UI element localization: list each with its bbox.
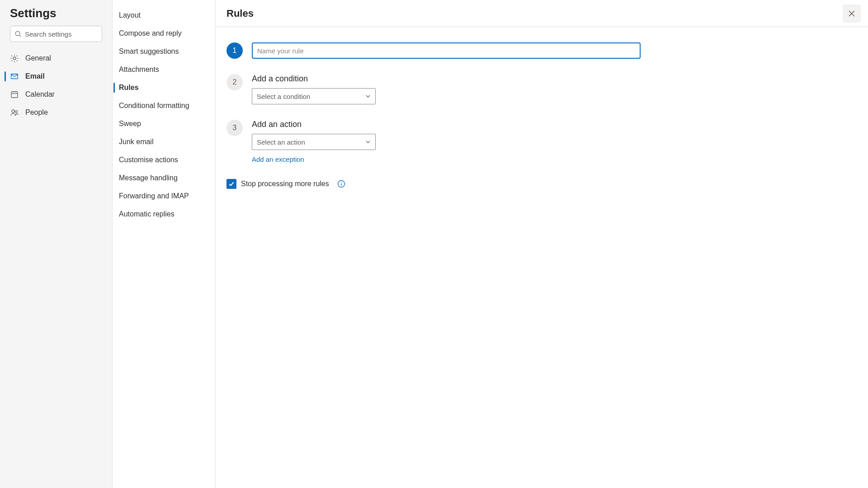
subnav-label: Layout [119, 11, 141, 19]
search-box [10, 26, 102, 42]
subnav-item-junk-email[interactable]: Junk email [113, 133, 215, 151]
page-title: Rules [226, 8, 254, 19]
page-header: Rules [216, 0, 868, 27]
chevron-down-icon [365, 94, 371, 99]
subnav-item-smart-suggestions[interactable]: Smart suggestions [113, 42, 215, 61]
subnav-label: Forwarding and IMAP [119, 192, 189, 200]
subnav-item-customise-actions[interactable]: Customise actions [113, 151, 215, 169]
step-3-label: Add an action [252, 120, 857, 129]
dropdown-value: Select a condition [257, 93, 310, 100]
chevron-down-icon [365, 139, 371, 145]
subnav-item-automatic-replies[interactable]: Automatic replies [113, 205, 215, 223]
people-icon [10, 108, 19, 117]
svg-point-7 [12, 110, 14, 113]
sidebar-item-calendar[interactable]: Calendar [0, 85, 112, 103]
sidebar-item-label: Email [25, 72, 45, 80]
primary-nav: General Email Calendar People [0, 48, 112, 122]
subnav-item-compose[interactable]: Compose and reply [113, 24, 215, 42]
search-input[interactable] [10, 26, 102, 42]
step-number-2: 2 [226, 74, 243, 90]
step-2: 2 Add a condition Select a condition [226, 74, 857, 104]
subnav-label: Customise actions [119, 156, 178, 164]
subnav-item-layout[interactable]: Layout [113, 6, 215, 24]
subnav-label: Rules [119, 84, 139, 92]
close-icon [848, 9, 856, 18]
condition-dropdown[interactable]: Select a condition [252, 88, 376, 104]
svg-line-1 [19, 35, 21, 37]
sidebar-item-label: Calendar [25, 90, 55, 99]
add-exception-link[interactable]: Add an exception [252, 155, 304, 163]
svg-point-2 [13, 57, 16, 60]
stop-processing-label: Stop processing more rules [241, 180, 329, 188]
subnav-label: Junk email [119, 138, 153, 146]
subnav-item-attachments[interactable]: Attachments [113, 61, 215, 79]
sidebar-item-email[interactable]: Email [0, 67, 112, 85]
svg-point-0 [15, 31, 20, 36]
mail-icon [10, 72, 19, 81]
check-icon [228, 181, 235, 187]
sidebar-item-label: People [25, 108, 48, 117]
svg-point-13 [341, 182, 342, 183]
step-1: 1 [226, 42, 857, 59]
stop-processing-row: Stop processing more rules [226, 179, 857, 189]
sidebar-item-general[interactable]: General [0, 49, 112, 67]
subnav-label: Message handling [119, 174, 178, 182]
step-2-label: Add a condition [252, 74, 857, 84]
step-3: 3 Add an action Select an action Add an … [226, 120, 857, 164]
action-dropdown[interactable]: Select an action [252, 134, 376, 150]
subnav-item-sweep[interactable]: Sweep [113, 115, 215, 133]
settings-title: Settings [0, 6, 112, 26]
svg-rect-3 [11, 92, 18, 98]
info-button[interactable] [337, 180, 345, 188]
step-number-1: 1 [226, 42, 243, 59]
sidebar-item-people[interactable]: People [0, 103, 112, 122]
settings-sidebar: Settings General Email [0, 0, 113, 488]
subnav-label: Attachments [119, 66, 159, 74]
subnav-label: Compose and reply [119, 29, 182, 38]
info-icon [337, 180, 345, 188]
sidebar-item-label: General [25, 54, 51, 62]
close-button[interactable] [843, 5, 861, 23]
stop-processing-checkbox[interactable] [226, 179, 236, 189]
subnav-label: Automatic replies [119, 210, 175, 218]
search-icon [15, 31, 21, 37]
svg-point-8 [15, 111, 18, 113]
rule-name-input[interactable] [252, 42, 641, 59]
subnav-label: Conditional formatting [119, 102, 189, 110]
step-number-3: 3 [226, 120, 243, 136]
subnav-label: Sweep [119, 120, 141, 128]
secondary-nav: Layout Compose and reply Smart suggestio… [113, 0, 216, 488]
subnav-label: Smart suggestions [119, 47, 179, 56]
calendar-icon [10, 90, 19, 99]
subnav-item-forwarding-imap[interactable]: Forwarding and IMAP [113, 187, 215, 205]
subnav-item-message-handling[interactable]: Message handling [113, 169, 215, 187]
dropdown-value: Select an action [257, 138, 305, 146]
subnav-item-rules[interactable]: Rules [113, 79, 215, 97]
gear-icon [10, 54, 19, 63]
subnav-item-conditional-formatting[interactable]: Conditional formatting [113, 97, 215, 115]
main-panel: Rules 1 2 Add a condition Select a condi… [216, 0, 868, 488]
